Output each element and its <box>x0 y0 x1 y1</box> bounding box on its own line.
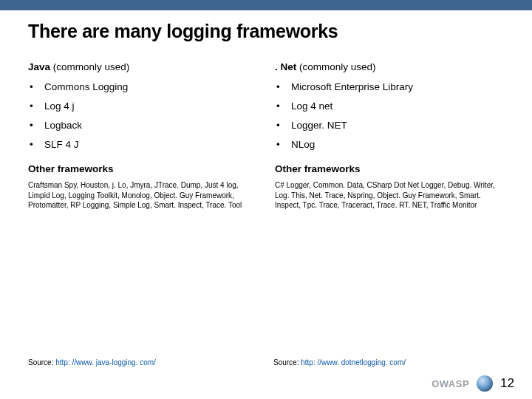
column-java: Java (commonly used) •Commons Logging •L… <box>28 61 257 240</box>
list-item: •Log 4 net <box>276 100 504 112</box>
java-other-text: Craftsman Spy, Houston, j. Lo, Jmyra, JT… <box>28 180 257 211</box>
bullet-icon: • <box>30 139 44 150</box>
bullet-icon: • <box>276 120 291 131</box>
bullet-icon: • <box>30 120 44 131</box>
page-title: There are many logging frameworks <box>28 21 504 42</box>
bullet-icon: • <box>276 100 291 112</box>
list-item-label: Microsoft Enterprise Library <box>291 81 413 92</box>
source-url: http: //www. dotnetlogging. com/ <box>301 358 406 366</box>
owasp-logo-icon <box>477 375 493 392</box>
bullet-icon: • <box>30 81 44 92</box>
java-heading-rest: (commonly used) <box>50 61 129 72</box>
list-item: •NLog <box>276 139 504 150</box>
dotnet-heading-bold: . Net <box>275 61 296 72</box>
dotnet-heading-rest: (commonly used) <box>296 61 375 72</box>
dotnet-other-text: C# Logger, Common. Data, CSharp Dot Net … <box>275 180 504 211</box>
bullet-icon: • <box>30 100 44 112</box>
java-other-heading: Other frameworks <box>28 163 257 174</box>
list-item-label: Log 4 j <box>44 100 75 112</box>
dotnet-other-heading: Other frameworks <box>275 163 504 174</box>
slide-body: There are many logging frameworks Java (… <box>0 10 532 240</box>
owasp-label: OWASP <box>432 378 469 389</box>
dotnet-heading: . Net (commonly used) <box>275 61 504 72</box>
source-url: http: //www. java-logging. com/ <box>55 358 156 366</box>
java-list: •Commons Logging •Log 4 j •Logback •SLF … <box>28 81 257 150</box>
column-dotnet: . Net (commonly used) •Microsoft Enterpr… <box>275 61 504 240</box>
list-item-label: SLF 4 J <box>44 139 79 150</box>
dotnet-list: •Microsoft Enterprise Library •Log 4 net… <box>275 81 504 150</box>
list-item: •Logger. NET <box>276 120 504 131</box>
source-dotnet: Source: http: //www. dotnetlogging. com/ <box>273 358 406 366</box>
list-item-label: NLog <box>291 139 315 150</box>
list-item: •SLF 4 J <box>30 139 257 150</box>
java-heading: Java (commonly used) <box>28 61 257 72</box>
list-item: •Logback <box>30 120 257 131</box>
list-item-label: Commons Logging <box>44 81 128 92</box>
list-item-label: Logger. NET <box>291 120 347 131</box>
page-number: 12 <box>500 376 514 391</box>
java-heading-bold: Java <box>28 61 50 72</box>
list-item: •Log 4 j <box>30 100 257 112</box>
bullet-icon: • <box>276 139 291 150</box>
list-item: •Microsoft Enterprise Library <box>276 81 504 92</box>
source-label: Source: <box>28 358 55 366</box>
columns: Java (commonly used) •Commons Logging •L… <box>28 61 504 240</box>
top-accent-bar <box>0 0 532 10</box>
list-item-label: Logback <box>44 120 82 131</box>
source-label: Source: <box>273 358 301 366</box>
list-item: •Commons Logging <box>30 81 257 92</box>
bullet-icon: • <box>276 81 291 92</box>
footer: OWASP 12 <box>432 375 514 392</box>
list-item-label: Log 4 net <box>291 100 332 112</box>
source-java: Source: http: //www. java-logging. com/ <box>28 358 156 366</box>
